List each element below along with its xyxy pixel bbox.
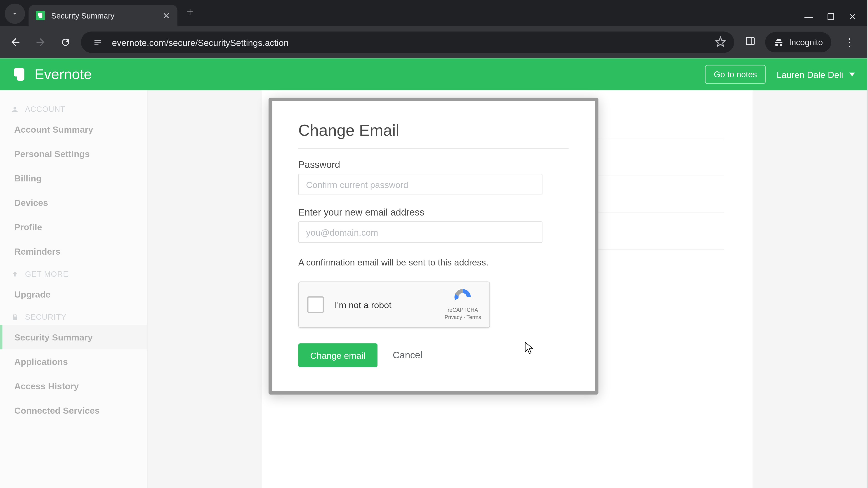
recaptcha: I'm not a robot reCAPTCHA Privacy · Term… [298, 282, 490, 328]
password-label: Password [298, 160, 569, 170]
toolbar-icons: Incognito ⋮ [740, 32, 861, 53]
evernote-logo-icon [12, 66, 29, 83]
tab-title: Security Summary [51, 11, 115, 20]
back-button[interactable] [6, 33, 25, 52]
browser-menu-icon[interactable]: ⋮ [841, 36, 859, 49]
page: Evernote Go to notes Lauren Dale Deli AC… [0, 58, 867, 488]
change-email-button[interactable]: Change email [298, 344, 377, 367]
password-input[interactable] [298, 174, 542, 195]
brand-text: Evernote [35, 66, 92, 83]
evernote-favicon-icon [36, 11, 45, 20]
user-menu[interactable]: Lauren Dale Deli [777, 69, 855, 79]
app-header: Evernote Go to notes Lauren Dale Deli [0, 58, 867, 90]
forward-button[interactable] [31, 33, 50, 52]
browser-tab[interactable]: Security Summary ✕ [29, 5, 178, 26]
recaptcha-badge: reCAPTCHA Privacy · Terms [445, 288, 481, 321]
window-controls: — ❐ ✕ [798, 12, 862, 26]
new-tab-button[interactable]: ＋ [178, 4, 203, 22]
tab-search-button[interactable] [5, 4, 25, 24]
email-label: Enter your new email address [298, 207, 569, 218]
titlebar: Security Summary ✕ ＋ — ❐ ✕ [0, 0, 867, 26]
recaptcha-icon [453, 288, 473, 306]
helper-text: A confirmation email will be sent to thi… [298, 257, 569, 267]
tab-close-icon[interactable]: ✕ [162, 11, 170, 20]
chevron-down-icon [849, 72, 855, 76]
incognito-chip[interactable]: Incognito [765, 32, 831, 53]
email-input[interactable] [298, 221, 542, 243]
address-bar[interactable]: evernote.com/secure/SecuritySettings.act… [81, 32, 734, 53]
close-window-icon[interactable]: ✕ [849, 12, 856, 22]
maximize-icon[interactable]: ❐ [827, 12, 835, 22]
incognito-icon [774, 37, 784, 47]
site-info-icon[interactable] [89, 34, 106, 51]
browser-window: Security Summary ✕ ＋ — ❐ ✕ evernote.com/… [0, 0, 867, 488]
modal-title: Change Email [298, 121, 569, 140]
divider [298, 148, 569, 149]
cancel-button[interactable]: Cancel [393, 350, 422, 361]
incognito-label: Incognito [789, 37, 823, 47]
reload-button[interactable] [56, 33, 75, 52]
url-text: evernote.com/secure/SecuritySettings.act… [112, 37, 289, 47]
brand[interactable]: Evernote [12, 66, 92, 83]
change-email-modal: Change Email Password Enter your new ema… [269, 98, 598, 394]
bookmark-star-icon[interactable] [715, 36, 726, 48]
browser-toolbar: evernote.com/secure/SecuritySettings.act… [0, 26, 867, 58]
recaptcha-checkbox[interactable] [307, 296, 324, 313]
recaptcha-label: I'm not a robot [335, 300, 391, 310]
minimize-icon[interactable]: — [804, 12, 813, 22]
go-to-notes-button[interactable]: Go to notes [705, 65, 766, 84]
user-name: Lauren Dale Deli [777, 69, 843, 79]
svg-rect-0 [746, 37, 754, 45]
side-panel-icon[interactable] [745, 36, 756, 49]
